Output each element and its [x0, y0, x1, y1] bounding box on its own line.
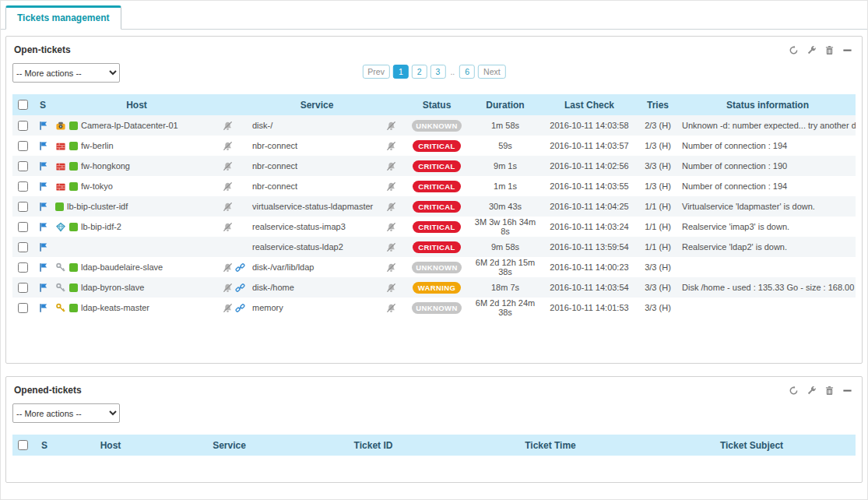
host-name[interactable]: ldap-keats-master	[81, 303, 149, 312]
host-name[interactable]: lb-bip-idf-2	[81, 222, 121, 231]
select-all-checkbox[interactable]	[18, 100, 28, 110]
wrench-icon[interactable]	[807, 45, 817, 55]
firewall-icon	[55, 161, 66, 171]
table-row: fw-berlinnbr-connectCRITICAL59s2016-10-1…	[12, 136, 856, 156]
last-check-cell: 2016-10-11 14:01:53	[543, 303, 636, 312]
collapse-icon[interactable]	[842, 386, 852, 396]
checkbox-cell	[12, 161, 33, 171]
last-check-cell: 2016-10-11 14:00:23	[543, 262, 636, 272]
pagination-page-2[interactable]: 2	[412, 65, 427, 79]
service-icons-cell	[384, 181, 406, 192]
tries-cell: 3/3 (H)	[636, 303, 680, 312]
wrench-icon[interactable]	[807, 386, 817, 396]
service-name[interactable]: nbr-connect	[250, 181, 384, 191]
column-header-s[interactable]: S	[33, 100, 53, 111]
row-checkbox[interactable]	[18, 141, 28, 151]
host-name[interactable]: lb-bip-cluster-idf	[67, 202, 128, 211]
host-icons-cell	[220, 202, 250, 212]
host-name[interactable]: Camera-lp-Datacenter-01	[81, 121, 178, 130]
column-header-service[interactable]: Service	[165, 440, 293, 451]
host-icons-cell	[220, 121, 250, 131]
tab-tickets-management[interactable]: Tickets management	[5, 5, 121, 30]
host-cell: ldap-byron-slave	[53, 283, 220, 293]
pagination-page-1[interactable]: 1	[393, 65, 409, 79]
column-header-status-information[interactable]: Status information	[680, 100, 856, 111]
flag-icon	[38, 303, 48, 313]
row-checkbox[interactable]	[18, 283, 28, 293]
row-checkbox[interactable]	[18, 242, 28, 252]
host-icons-cell	[220, 141, 250, 151]
service-name[interactable]: virtualservice-status-ldapmaster	[250, 202, 384, 211]
column-header-last-check[interactable]: Last Check	[543, 100, 636, 111]
bell-muted-icon	[223, 222, 233, 232]
status-cell: CRITICAL	[406, 241, 468, 253]
column-header-s[interactable]: S	[33, 440, 56, 451]
service-name[interactable]: disk-/var/lib/ldap	[250, 262, 384, 272]
service-name[interactable]: realservice-status-ldap2	[250, 242, 384, 252]
row-checkbox[interactable]	[18, 121, 28, 131]
table-row: fw-hongkongnbr-connectCRITICAL9m 1s2016-…	[12, 156, 856, 176]
service-name[interactable]: disk-/	[250, 121, 384, 130]
pagination-page-3[interactable]: 3	[430, 65, 446, 79]
open-tickets-toolbar: -- More actions -- Prev 1 2 3 .. 6 Next	[12, 63, 856, 86]
column-header-duration[interactable]: Duration	[468, 100, 543, 111]
trash-icon[interactable]	[824, 45, 835, 55]
row-checkbox[interactable]	[18, 161, 28, 171]
host-up-indicator	[69, 182, 78, 191]
bell-muted-icon	[386, 202, 396, 212]
column-header-ticket-time[interactable]: Ticket Time	[453, 440, 648, 451]
status-cell: UNKNOWN	[406, 120, 468, 132]
checkbox-cell	[12, 283, 33, 293]
column-header-tries[interactable]: Tries	[636, 100, 680, 111]
state-cell	[33, 181, 53, 192]
pagination-prev[interactable]: Prev	[362, 65, 390, 79]
row-checkbox[interactable]	[18, 262, 28, 273]
collapse-icon[interactable]	[842, 45, 852, 55]
duration-cell: 59s	[468, 141, 543, 150]
table-row: fw-tokyonbr-connectCRITICAL1m 1s2016-10-…	[12, 176, 856, 196]
host-name[interactable]: fw-hongkong	[81, 161, 130, 171]
table-row: realservice-status-ldap2CRITICAL9m 58s20…	[12, 237, 856, 257]
more-actions-select[interactable]: -- More actions --	[12, 403, 120, 423]
host-icons-cell	[220, 262, 250, 273]
column-header-status[interactable]: Status	[406, 100, 468, 111]
row-checkbox[interactable]	[18, 202, 28, 212]
host-name[interactable]: fw-tokyo	[81, 181, 113, 191]
firewall-icon	[55, 141, 66, 151]
service-icons-cell	[384, 242, 406, 252]
pagination-next[interactable]: Next	[478, 65, 506, 79]
column-header-service[interactable]: Service	[250, 100, 384, 111]
pagination-page-6[interactable]: 6	[459, 65, 475, 79]
link-icon[interactable]	[235, 283, 245, 293]
host-name[interactable]: ldap-byron-slave	[81, 283, 144, 292]
column-header-host[interactable]: Host	[53, 100, 220, 111]
host-name[interactable]: ldap-baudelaire-slave	[81, 262, 163, 272]
column-header-ticket-subject[interactable]: Ticket Subject	[648, 440, 856, 451]
table-row: lb-bip-cluster-idfvirtualservice-status-…	[12, 196, 856, 217]
service-name[interactable]: memory	[250, 303, 384, 312]
select-all-checkbox[interactable]	[18, 440, 28, 450]
row-checkbox[interactable]	[18, 181, 28, 192]
service-name[interactable]: nbr-connect	[250, 161, 384, 171]
service-name[interactable]: nbr-connect	[250, 141, 384, 150]
status-badge: CRITICAL	[413, 201, 461, 213]
last-check-cell: 2016-10-11 14:03:24	[543, 222, 636, 231]
row-checkbox[interactable]	[18, 303, 28, 313]
host-name[interactable]: fw-berlin	[81, 141, 114, 150]
refresh-icon[interactable]	[789, 386, 799, 396]
column-header-host[interactable]: Host	[56, 440, 165, 451]
row-checkbox[interactable]	[18, 222, 28, 232]
service-name[interactable]: disk-/home	[250, 283, 384, 292]
link-icon[interactable]	[235, 262, 245, 273]
duration-cell: 3M 3w 16h 34m 8s	[468, 217, 543, 236]
refresh-icon[interactable]	[789, 45, 799, 55]
last-check-cell: 2016-10-11 14:03:57	[543, 141, 636, 150]
link-icon[interactable]	[235, 303, 245, 313]
column-header-ticket-id[interactable]: Ticket ID	[293, 440, 453, 451]
state-cell	[33, 161, 53, 171]
more-actions-select[interactable]: -- More actions --	[12, 63, 120, 83]
trash-icon[interactable]	[824, 386, 835, 396]
status-information-cell: Unknown -d: number expected... try anoth…	[680, 121, 856, 130]
service-name[interactable]: realservice-status-imap3	[250, 222, 384, 231]
bell-muted-icon	[386, 262, 396, 273]
